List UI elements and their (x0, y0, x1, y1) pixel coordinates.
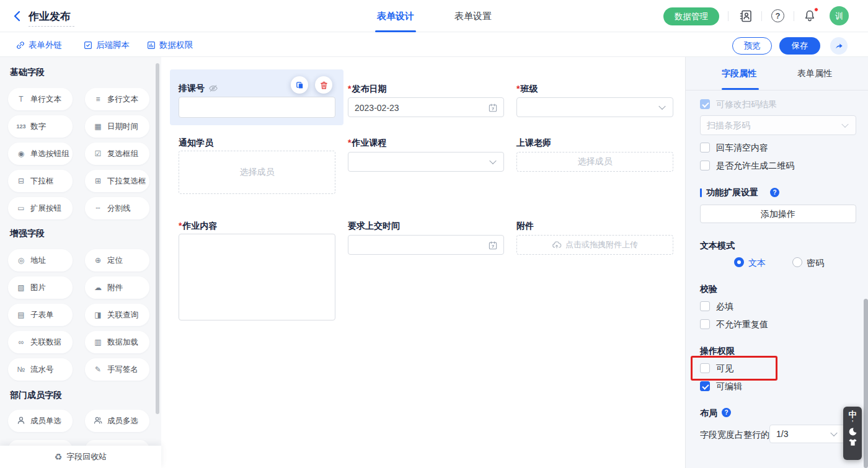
text-mode-text-label: 文本 (748, 257, 766, 268)
field-item-divider[interactable]: ╌分割线 (85, 197, 149, 219)
allow-qr-checkbox[interactable] (700, 161, 710, 170)
avatar[interactable]: 训 (830, 6, 849, 25)
ime-toolbar[interactable]: 中 ’ (843, 407, 862, 460)
field-item-subform[interactable]: ▤子表单 (8, 304, 73, 326)
cloud-upload-icon (552, 241, 562, 249)
field-item-locate[interactable]: ⊕定位 (85, 249, 149, 272)
field-label-notify-students: 通知学员 (179, 136, 213, 149)
copy-field-button[interactable] (291, 76, 308, 94)
data-permission-button[interactable]: 数据权限 (146, 33, 193, 57)
data-manage-button[interactable]: 数据管理 (663, 7, 719, 25)
external-link-button[interactable]: 表单外链 (16, 33, 62, 57)
section-title-members: 部门成员字段 (10, 390, 62, 401)
allow-qr-label: 是否允许生成二维码 (716, 160, 794, 171)
help-icon[interactable]: ? (771, 9, 784, 22)
external-link-label: 表单外链 (29, 40, 62, 51)
content-textarea[interactable] (179, 234, 335, 320)
save-button[interactable]: 保存 (779, 37, 820, 55)
editable-checkbox[interactable] (700, 381, 710, 391)
field-label-content: *作业内容 (179, 219, 217, 232)
field-item-radio-group[interactable]: ◉单选按钮组 (8, 143, 73, 165)
sidebar-scrollbar[interactable] (156, 63, 159, 414)
field-item-member-multi[interactable]: 成员多选 (85, 410, 149, 432)
visible-checkbox[interactable] (700, 363, 710, 373)
field-item-checkbox-group[interactable]: ☑复选框组 (85, 143, 149, 165)
class-select[interactable] (516, 97, 673, 117)
chevron-down-icon (658, 103, 665, 110)
course-select[interactable] (348, 152, 504, 172)
hidden-eye-off-icon (208, 84, 218, 92)
panel-scrollbar[interactable] (864, 299, 868, 468)
field-item-attachment[interactable]: ☁附件 (85, 276, 149, 299)
notification-badge (814, 7, 818, 12)
field-item-image[interactable]: ▧图片 (8, 276, 73, 299)
field-item-member-single[interactable]: 成员单选 (8, 410, 73, 432)
select-icon: ⊟ (16, 177, 26, 185)
chevron-down-icon (841, 121, 848, 128)
no-repeat-checkbox[interactable] (700, 319, 710, 329)
form-canvas: 排课号 *发布日期 2023-02-23 (161, 57, 685, 468)
layout-title: 布局 (700, 408, 717, 419)
field-item-multiselect[interactable]: ⊞下拉复选框 (85, 170, 149, 192)
ime-skin-shirt-icon[interactable] (848, 438, 857, 446)
preview-button[interactable]: 预览 (732, 37, 772, 55)
teacher-member-picker[interactable]: 选择成员 (516, 152, 673, 172)
field-item-data-load[interactable]: ▥数据加载 (85, 331, 149, 353)
text-mode-radio-password[interactable] (792, 257, 802, 267)
calendar-icon (488, 103, 498, 113)
scan-type-select[interactable]: 扫描条形码 (700, 115, 856, 135)
field-recycle-bin[interactable]: ♻ 字段回收站 (0, 446, 161, 468)
ime-night-mode-moon-icon[interactable] (848, 427, 857, 436)
trash-icon (319, 81, 329, 90)
contacts-book-icon[interactable] (738, 9, 753, 24)
script-icon (83, 40, 93, 50)
publish-date-input[interactable]: 2023-02-23 (348, 97, 504, 117)
field-item-ext-button[interactable]: ▭扩展按钮 (8, 197, 73, 219)
field-item-relation-query[interactable]: ◨关联查询 (85, 304, 149, 326)
field-item-serial-number[interactable]: №流水号 (8, 358, 73, 381)
layout-help-icon[interactable]: ? (722, 408, 731, 417)
back-button[interactable] (10, 9, 25, 24)
ext-settings-help-icon[interactable]: ? (770, 188, 779, 197)
notify-students-member-picker[interactable]: 选择成员 (179, 151, 335, 194)
validation-title: 校验 (700, 284, 717, 295)
share-arrow-icon (834, 41, 844, 51)
ime-chinese-mode[interactable]: 中 (849, 410, 857, 420)
required-label: 必填 (716, 301, 733, 312)
tab-form-properties[interactable]: 表单属性 (797, 68, 832, 79)
share-button[interactable] (830, 37, 848, 55)
field-item-signature[interactable]: ✎手写签名 (85, 358, 149, 381)
attachment-upload-area[interactable]: 点击或拖拽附件上传 (516, 235, 673, 255)
field-label-publish-date: *发布日期 (348, 82, 386, 95)
section-title-basic: 基础字段 (10, 67, 45, 78)
scan-result-checkbox[interactable] (700, 99, 710, 109)
add-action-button[interactable]: 添加操作 (700, 205, 856, 223)
due-time-input[interactable] (348, 235, 504, 255)
tab-form-design[interactable]: 表单设计 (375, 0, 416, 32)
header: 作业发布 表单设计 表单设置 数据管理 ? 训 (0, 0, 868, 32)
field-item-number[interactable]: 123数字 (8, 115, 73, 138)
paike-input[interactable] (179, 97, 335, 118)
section-bar (700, 188, 702, 197)
field-item-address[interactable]: ◎地址 (8, 249, 73, 272)
field-width-select[interactable]: 1/3 (769, 425, 845, 443)
divider-icon: ╌ (93, 204, 103, 213)
required-checkbox[interactable] (700, 301, 710, 311)
delete-field-button[interactable] (315, 76, 332, 94)
clear-on-enter-label: 回车清空内容 (716, 142, 768, 153)
tab-form-settings[interactable]: 表单设置 (453, 0, 494, 32)
field-item-datetime[interactable]: ▦日期时间 (85, 115, 149, 138)
clear-on-enter-checkbox[interactable] (700, 143, 710, 152)
field-item-single-text[interactable]: T单行文本 (8, 88, 73, 110)
button-icon: ▭ (16, 204, 26, 213)
tab-field-properties[interactable]: 字段属性 (722, 68, 756, 79)
text-mode-radio-text[interactable] (734, 257, 744, 267)
field-item-relation-data[interactable]: ∞关联数据 (8, 331, 73, 353)
scan-result-label: 可修改扫码结果 (716, 99, 777, 110)
field-item-select[interactable]: ⊟下拉框 (8, 170, 73, 192)
field-item-multi-text[interactable]: ≡多行文本 (85, 88, 149, 110)
text-mode-password-label: 密码 (807, 257, 824, 268)
chevron-down-icon (489, 157, 496, 164)
backend-script-button[interactable]: 后端脚本 (83, 33, 130, 57)
ime-punctuation-mode[interactable]: ’ (852, 420, 854, 426)
